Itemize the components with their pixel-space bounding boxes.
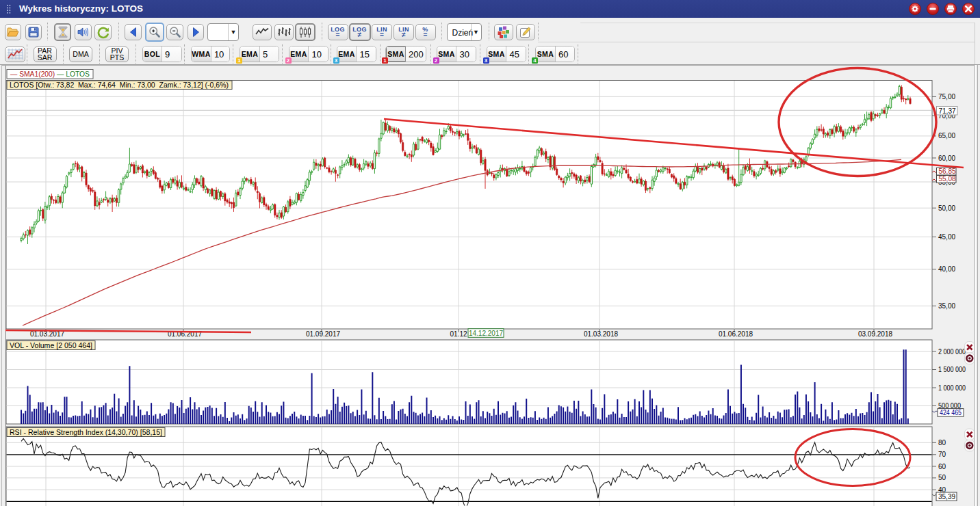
svg-text:50: 50 (938, 474, 946, 481)
svg-text:65,00: 65,00 (938, 132, 955, 139)
svg-text:1 000 000: 1 000 000 (938, 384, 966, 392)
svg-text:45,00: 45,00 (938, 233, 955, 241)
svg-text:70: 70 (938, 451, 946, 458)
svg-text:LOTOS [Otw.: 73,82 Max.: 74,6: LOTOS [Otw.: 73,82 Max.: 74,64 Min.: 73,… (10, 81, 229, 89)
svg-text:56,85: 56,85 (939, 168, 956, 175)
svg-text:RSI - Relative Strength Index: RSI - Relative Strength Index (14,30,70)… (10, 428, 162, 436)
svg-text:— SMA1(200) — LOTOS: — SMA1(200) — LOTOS (10, 70, 90, 78)
svg-text:01.12: 01.12 (450, 330, 467, 338)
svg-text:03.09.2018: 03.09.2018 (858, 330, 892, 338)
svg-text:60,00: 60,00 (938, 155, 955, 162)
svg-text:60: 60 (938, 463, 946, 470)
svg-text:01.09.2017: 01.09.2017 (306, 330, 340, 338)
svg-text:50,00: 50,00 (938, 204, 955, 212)
svg-text:01.06.2018: 01.06.2018 (719, 330, 753, 338)
svg-text:424 465: 424 465 (940, 409, 962, 416)
svg-text:75,00: 75,00 (938, 93, 955, 101)
svg-text:1 500 000: 1 500 000 (938, 366, 966, 373)
svg-text:14.12.2017: 14.12.2017 (469, 330, 503, 337)
svg-text:55,08: 55,08 (939, 175, 956, 183)
svg-text:2 000 000: 2 000 000 (938, 348, 966, 356)
svg-text:35,39: 35,39 (938, 493, 955, 501)
svg-text:71,37: 71,37 (939, 107, 956, 115)
svg-text:01.03.2018: 01.03.2018 (584, 330, 618, 338)
svg-text:VOL - Volume [2 050 464]: VOL - Volume [2 050 464] (10, 341, 92, 349)
svg-text:80: 80 (938, 439, 946, 447)
svg-text:35,00: 35,00 (938, 302, 955, 310)
svg-text:40,00: 40,00 (938, 265, 955, 273)
